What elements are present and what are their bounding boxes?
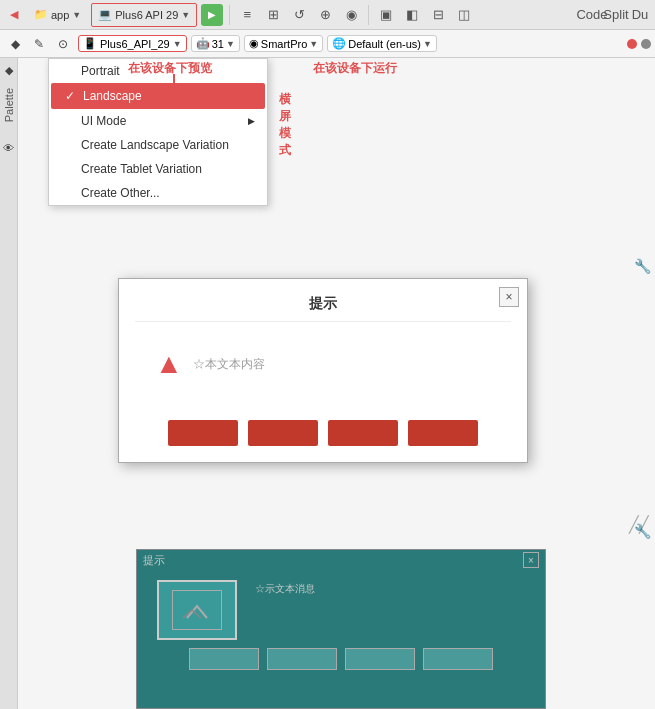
preview-text-area: ☆示文本消息 — [247, 580, 323, 598]
menu-item-landscape-variation[interactable]: Create Landscape Variation — [49, 133, 267, 157]
dialog-close-button[interactable]: × — [499, 287, 519, 307]
lang-arrow-icon: ▼ — [423, 39, 432, 49]
preview-buttons-row — [189, 648, 493, 670]
preview-title: 提示 — [143, 553, 165, 568]
menu-label-portrait: Portrait — [81, 64, 120, 78]
device-button[interactable]: 💻 Plus6 API 29 ▼ — [91, 3, 197, 27]
main-content: 在该设备下预览 在该设备下运行 Portrait ✓ Landscape 横屏模… — [18, 58, 655, 709]
dropdown-menu: Portrait ✓ Landscape 横屏模式 UI Mode ▶ Crea… — [48, 58, 268, 206]
landscape-annotation: 横屏模式 — [279, 91, 291, 159]
theme-select[interactable]: ◉ SmartPro ▼ — [244, 35, 323, 52]
toolbar-icon-3[interactable]: ↺ — [288, 4, 310, 26]
menu-item-ui-mode[interactable]: UI Mode ▶ — [49, 109, 267, 133]
menu-label-ui-mode: UI Mode — [81, 114, 126, 128]
code-button[interactable]: Code — [581, 4, 603, 26]
dialog-button-2[interactable] — [248, 420, 318, 446]
api-select[interactable]: 🤖 31 ▼ — [191, 35, 240, 52]
annotation-line-preview — [173, 74, 175, 94]
separator-1 — [229, 5, 230, 25]
dialog-title: 提示 — [135, 295, 511, 322]
dialog-box: 提示 × ▲ ☆本文本内容 — [118, 278, 528, 463]
preview-btn-2 — [267, 648, 337, 670]
toolbar-icon-4[interactable]: ⊕ — [314, 4, 336, 26]
warning-indicator-2 — [641, 39, 651, 49]
preview-row: ☆示文本消息 — [147, 580, 535, 640]
dialog-button-1[interactable] — [168, 420, 238, 446]
palette-area: ◆ ✎ ⊙ — [4, 33, 74, 55]
palette-icon-1[interactable]: ◆ — [4, 33, 26, 55]
run-annotation: 在该设备下运行 — [313, 60, 397, 77]
preview-text-content: ☆示文本消息 — [255, 582, 315, 596]
device-dropdown-label: Plus6_API_29 — [100, 38, 170, 50]
device-label: Plus6 API 29 — [115, 9, 178, 21]
palette-icon-2[interactable]: ✎ — [28, 33, 50, 55]
preview-btn-1 — [189, 648, 259, 670]
dialog-content: ▲ ☆本文本内容 — [135, 338, 511, 390]
menu-item-create-other[interactable]: Create Other... — [49, 181, 267, 205]
menu-check-landscape: ✓ — [63, 89, 77, 103]
right-toolbar-icons — [627, 39, 651, 49]
preview-title-bar: 提示 × — [137, 550, 545, 570]
device-dropdown[interactable]: 📱 Plus6_API_29 ▼ — [78, 35, 187, 52]
wrench-icon-bottom[interactable]: 🔧 — [634, 523, 651, 539]
menu-label-create-other: Create Other... — [81, 186, 160, 200]
warning-indicator — [627, 39, 637, 49]
menu-item-landscape[interactable]: ✓ Landscape — [51, 83, 265, 109]
left-sidebar: ◆ Palette 👁 — [0, 58, 18, 709]
app-button[interactable]: 📁 app ▼ — [28, 3, 87, 27]
sidebar-eye-icon[interactable]: 👁 — [1, 140, 17, 156]
toolbar-icon-9[interactable]: ◫ — [453, 4, 475, 26]
wrench-icon-top[interactable]: 🔧 — [634, 258, 651, 274]
bottom-preview: 提示 × ☆示文本消息 — [136, 549, 546, 709]
lang-select[interactable]: 🌐 Default (en-us) ▼ — [327, 35, 437, 52]
theme-label: SmartPro — [261, 38, 307, 50]
back-icon: ◀ — [10, 8, 18, 21]
toolbar-icon-7[interactable]: ◧ — [401, 4, 423, 26]
preview-btn-3 — [345, 648, 415, 670]
lang-icon: 🌐 — [332, 37, 346, 50]
theme-arrow-icon: ▼ — [309, 39, 318, 49]
preview-inner: ☆示文本消息 — [137, 570, 545, 680]
second-toolbar: ◆ ✎ ⊙ 📱 Plus6_API_29 ▼ 🤖 31 ▼ ◉ SmartPro… — [0, 30, 655, 58]
toolbar-icon-8[interactable]: ⊟ — [427, 4, 449, 26]
toolbar-icon-2[interactable]: ⊞ — [262, 4, 284, 26]
dialog-body-text: ☆本文本内容 — [193, 356, 265, 373]
app-label: app — [51, 9, 69, 21]
dialog-buttons — [135, 410, 511, 446]
back-button[interactable]: ◀ — [4, 3, 24, 27]
toolbar-icon-6[interactable]: ▣ — [375, 4, 397, 26]
toolbar-icon-1[interactable]: ≡ — [236, 4, 258, 26]
preview-annotation: 在该设备下预览 — [128, 60, 212, 77]
toolbar-icon-5[interactable]: ◉ — [340, 4, 362, 26]
app-icon: 📁 — [34, 8, 48, 21]
dialog-button-3[interactable] — [328, 420, 398, 446]
preview-image-inner — [172, 590, 222, 630]
run-button[interactable]: ▶ — [201, 4, 223, 26]
theme-icon: ◉ — [249, 37, 259, 50]
app-arrow-icon: ▼ — [72, 10, 81, 20]
separator-2 — [368, 5, 369, 25]
device-dropdown-arrow-icon: ▼ — [173, 39, 182, 49]
run-icon: ▶ — [208, 9, 216, 20]
api-level-label: 31 — [212, 38, 224, 50]
preview-btn-4 — [423, 648, 493, 670]
menu-label-landscape-variation: Create Landscape Variation — [81, 138, 229, 152]
preview-mountain-icon — [182, 598, 212, 622]
sidebar-palette-label[interactable]: Palette — [3, 82, 15, 128]
right-toolbar: Code Split Du — [581, 4, 651, 26]
menu-label-landscape: Landscape — [83, 89, 142, 103]
du-button[interactable]: Du — [629, 4, 651, 26]
device-arrow-icon: ▼ — [181, 10, 190, 20]
menu-item-tablet-variation[interactable]: Create Tablet Variation — [49, 157, 267, 181]
palette-icon-3[interactable]: ⊙ — [52, 33, 74, 55]
api-icon: 🤖 — [196, 37, 210, 50]
lang-label: Default (en-us) — [348, 38, 421, 50]
top-toolbar: ◀ 📁 app ▼ 💻 Plus6 API 29 ▼ ▶ ≡ ⊞ ↺ ⊕ ◉ ▣… — [0, 0, 655, 30]
sidebar-palette-icon[interactable]: ◆ — [1, 62, 17, 78]
device-screen-icon: 💻 — [98, 8, 112, 21]
dialog-button-4[interactable] — [408, 420, 478, 446]
preview-close-button[interactable]: × — [523, 552, 539, 568]
device-screen-small-icon: 📱 — [83, 37, 97, 50]
split-button[interactable]: Split — [605, 4, 627, 26]
menu-label-tablet-variation: Create Tablet Variation — [81, 162, 202, 176]
